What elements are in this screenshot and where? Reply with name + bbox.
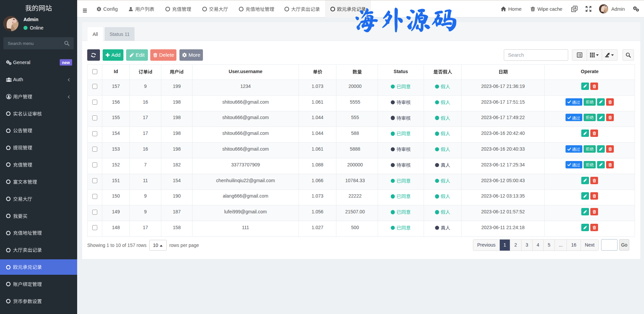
svg-text:A: A bbox=[574, 6, 577, 10]
